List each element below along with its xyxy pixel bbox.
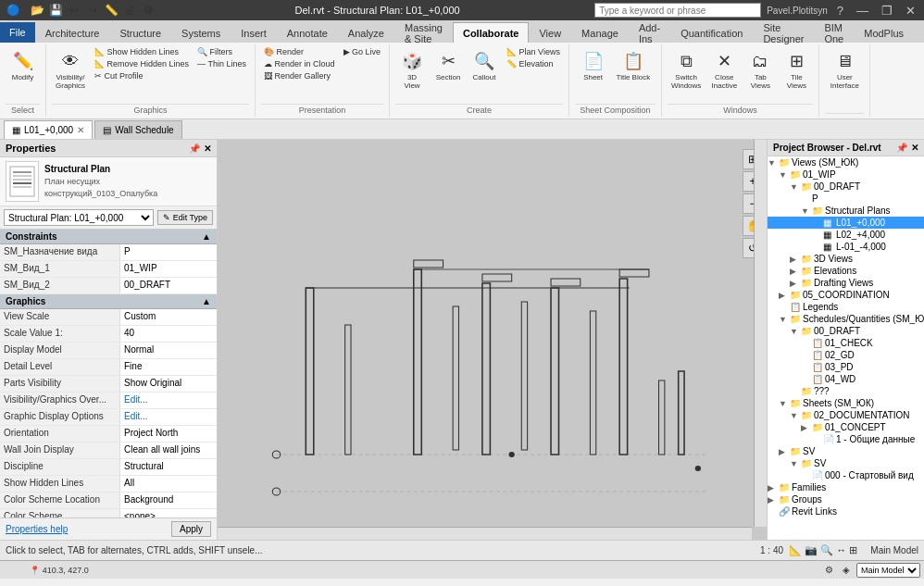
tree-item-00draft[interactable]: ▼ 📁 00_DRAFT bbox=[768, 181, 924, 193]
tab-addins[interactable]: Add-Ins bbox=[629, 22, 670, 43]
render-btn[interactable]: 🎨 Render bbox=[261, 46, 338, 57]
tree-item-families[interactable]: ▶ 📁 Families bbox=[768, 481, 924, 493]
tab-sm[interactable]: SM bbox=[914, 22, 924, 43]
tree-item-sheets[interactable]: ▼ 📁 Sheets (SM_ЮК) bbox=[768, 397, 924, 409]
tab-modplus[interactable]: ModPlus bbox=[854, 22, 914, 43]
tree-item-legends[interactable]: 📋 Legends bbox=[768, 301, 924, 313]
tree-item-revitlinks[interactable]: 🔗 Revit Links bbox=[768, 505, 924, 517]
tree-item-l-01[interactable]: ▦ L-01_-4,000 bbox=[768, 241, 924, 253]
design-options-btn[interactable]: ◈ bbox=[839, 563, 854, 578]
worksets-btn[interactable]: ⚙ bbox=[821, 563, 836, 578]
thin-lines-btn[interactable]: — Thin Lines bbox=[194, 58, 249, 69]
tree-item-04wd[interactable]: 📋 04_WD bbox=[768, 373, 924, 385]
browser-pin[interactable]: 📌 bbox=[896, 143, 907, 153]
tree-item-01wip[interactable]: ▼ 📁 01_WIP bbox=[768, 168, 924, 181]
qa-settings[interactable]: ⚙ bbox=[140, 2, 156, 19]
tab-structure[interactable]: Structure bbox=[109, 22, 171, 43]
tree-item-01check[interactable]: 📋 01_CHECK bbox=[768, 337, 924, 349]
tab-sitedesigner[interactable]: Site Designer bbox=[753, 22, 814, 43]
3dview-btn[interactable]: 🎲 3DView bbox=[395, 46, 429, 93]
qa-undo[interactable]: ↩ bbox=[66, 2, 82, 19]
user-interface-btn[interactable]: 🖥 UserInterface bbox=[827, 46, 863, 93]
visibility-graphics-btn[interactable]: 👁 Visibility/Graphics bbox=[52, 46, 89, 93]
tree-item-groups[interactable]: ▶ 📁 Groups bbox=[768, 493, 924, 505]
doc-tab-wallschedule[interactable]: ▤ Wall Schedule bbox=[94, 120, 182, 139]
tab-systems[interactable]: Systems bbox=[171, 22, 231, 43]
section-constraints[interactable]: Constraints ▲ bbox=[0, 230, 217, 244]
qa-measure[interactable]: 📏 bbox=[103, 2, 119, 19]
render-cloud-btn[interactable]: ☁ Render in Cloud bbox=[261, 58, 338, 69]
tree-item-03pd[interactable]: 📋 03_PD bbox=[768, 361, 924, 373]
tree-item-schedules[interactable]: ▼ 📁 Schedules/Quantities (SM_ЮК) bbox=[768, 313, 924, 325]
elevation-btn[interactable]: 📏 Elevation bbox=[504, 58, 563, 69]
app-menu-btn[interactable]: 🔵 bbox=[5, 2, 21, 19]
properties-close[interactable]: ✕ bbox=[204, 143, 211, 154]
tree-item-p[interactable]: P bbox=[768, 193, 924, 205]
filters-btn[interactable]: 🔍 Filters bbox=[194, 46, 249, 57]
edit-type-btn[interactable]: ✎ Edit Type bbox=[157, 210, 213, 225]
qa-print[interactable]: 🖨 bbox=[121, 2, 138, 19]
tree-item-l02[interactable]: ▦ L02_+4,000 bbox=[768, 229, 924, 241]
tab-bimone[interactable]: BIM One bbox=[814, 22, 854, 43]
doc-tab-close-l01[interactable]: ✕ bbox=[77, 125, 84, 135]
tree-item-05coord[interactable]: ▶ 📁 05_COORDINATION bbox=[768, 289, 924, 301]
tree-item-01concept[interactable]: ▶ 📁 01_CONCEPT bbox=[768, 421, 924, 433]
view-type-select[interactable]: Structural Plan: L01_+0,000 bbox=[4, 209, 154, 226]
tree-item-sched-00draft[interactable]: ▼ 📁 00_DRAFT bbox=[768, 325, 924, 337]
tab-insert[interactable]: Insert bbox=[231, 22, 277, 43]
minimize-btn[interactable]: — bbox=[853, 4, 872, 18]
tree-item-elevations[interactable]: ▶ 📁 Elevations bbox=[768, 265, 924, 277]
canvas-area[interactable]: ⊞ + − ✋ ↺ bbox=[218, 140, 767, 540]
golive-btn[interactable]: ▶ Go Live bbox=[341, 46, 384, 57]
tab-view[interactable]: View bbox=[529, 22, 571, 43]
tree-item-structural-plans[interactable]: ▼ 📁 Structural Plans bbox=[768, 205, 924, 217]
tree-item-startview[interactable]: 📄 000 - Стартовый вид bbox=[768, 469, 924, 481]
tab-views-btn[interactable]: 🗂 TabViews bbox=[743, 46, 777, 93]
tree-item-02doc[interactable]: ▼ 📁 02_DOCUMENTATION bbox=[768, 409, 924, 421]
render-gallery-btn[interactable]: 🖼 Render Gallery bbox=[261, 70, 338, 81]
callout-btn[interactable]: 🔍 Callout bbox=[468, 46, 501, 84]
qa-open[interactable]: 📂 bbox=[29, 2, 45, 19]
remove-hidden-lines-btn[interactable]: 📐 Remove Hidden Lines bbox=[92, 58, 192, 69]
apply-btn[interactable]: Apply bbox=[171, 521, 211, 537]
tree-item-drafting[interactable]: ▶ 📁 Drafting Views bbox=[768, 277, 924, 289]
tree-item-02gd[interactable]: 📋 02_GD bbox=[768, 349, 924, 361]
doc-tab-l01[interactable]: ▦ L01_+0,000 ✕ bbox=[4, 120, 93, 139]
tab-collaborate[interactable]: Collaborate bbox=[453, 22, 530, 43]
tree-item-l01[interactable]: ▦ L01_+0,000 bbox=[768, 217, 924, 229]
plan-views-btn[interactable]: 📐 Plan Views bbox=[504, 46, 563, 57]
horizontal-scrollbar[interactable] bbox=[218, 527, 752, 540]
tab-annotate[interactable]: Annotate bbox=[277, 22, 338, 43]
help-btn[interactable]: ? bbox=[833, 4, 847, 18]
tree-item-sv-top[interactable]: ▶ 📁 SV bbox=[768, 445, 924, 457]
show-hidden-lines-btn[interactable]: 📐 Show Hidden Lines bbox=[92, 46, 192, 57]
tree-item-3dviews[interactable]: ▶ 📁 3D Views bbox=[768, 253, 924, 265]
tree-item-views[interactable]: ▼ 📁 Views (SM_ЮК) bbox=[768, 156, 924, 168]
section-graphics[interactable]: Graphics ▲ bbox=[0, 294, 217, 309]
tab-massing[interactable]: Massing & Site bbox=[394, 22, 453, 43]
vertical-scrollbar[interactable] bbox=[754, 140, 767, 527]
cut-profile-btn[interactable]: ✂ Cut Profile bbox=[92, 70, 192, 81]
maximize-btn[interactable]: ❐ bbox=[878, 4, 896, 18]
qa-save[interactable]: 💾 bbox=[47, 2, 64, 19]
tree-item-obshie[interactable]: 📄 1 - Общие данные bbox=[768, 433, 924, 445]
close-inactive-btn[interactable]: ✕ CloseInactive bbox=[707, 46, 741, 93]
search-input[interactable] bbox=[594, 3, 761, 18]
close-btn[interactable]: ✕ bbox=[902, 4, 919, 18]
browser-close[interactable]: ✕ bbox=[911, 143, 918, 153]
tab-analyze[interactable]: Analyze bbox=[338, 22, 394, 43]
properties-help-link[interactable]: Properties help bbox=[6, 524, 68, 534]
tile-views-btn[interactable]: ⊞ TileViews bbox=[780, 46, 813, 93]
qa-redo[interactable]: ↪ bbox=[84, 2, 101, 19]
sheet-btn[interactable]: 📄 Sheet bbox=[577, 46, 610, 84]
switch-windows-btn[interactable]: ⧉ SwitchWindows bbox=[668, 46, 705, 93]
tab-architecture[interactable]: Architecture bbox=[35, 22, 110, 43]
tab-quantification[interactable]: Quantification bbox=[670, 22, 753, 43]
titleblock-btn[interactable]: 📋 Title Block bbox=[613, 46, 655, 84]
properties-pin[interactable]: 📌 bbox=[189, 143, 200, 154]
tab-manage[interactable]: Manage bbox=[571, 22, 629, 43]
active-workset-select[interactable]: Main Model bbox=[856, 563, 920, 578]
tab-file[interactable]: File bbox=[0, 22, 35, 43]
modify-btn[interactable]: ✏️ Modify bbox=[6, 46, 40, 84]
tree-item-qqq[interactable]: 📁 ??? bbox=[768, 385, 924, 397]
